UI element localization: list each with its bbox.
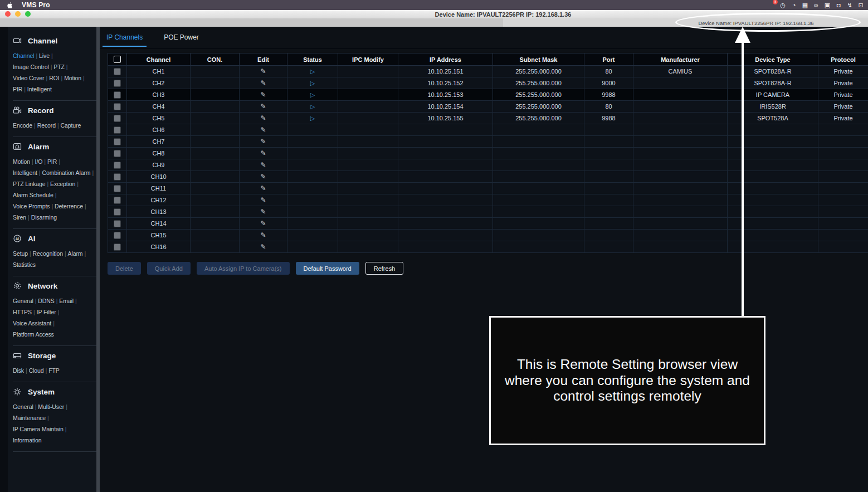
status-play-icon[interactable]: ▷ (310, 68, 315, 75)
sidebar-item-motion[interactable]: Motion (13, 158, 30, 165)
auto-assign-ip-to-camera-s-button[interactable]: Auto Assign IP to Camera(s) (197, 262, 290, 275)
select-all-checkbox[interactable] (114, 56, 121, 63)
sidebar-item-recognition[interactable]: Recognition (33, 250, 63, 257)
edit-icon[interactable]: ✎ (260, 149, 266, 157)
row-checkbox[interactable] (114, 162, 121, 169)
sidebar-item-record[interactable]: Record (37, 122, 56, 129)
apple-menu-icon[interactable] (7, 2, 13, 9)
sidebar-item-ftp[interactable]: FTP (48, 367, 60, 374)
edit-icon[interactable]: ✎ (260, 231, 266, 239)
edit-icon[interactable]: ✎ (260, 79, 266, 87)
sidebar-item-motion[interactable]: Motion (64, 75, 81, 81)
sidebar-item-cloud[interactable]: Cloud (29, 367, 44, 374)
shield-icon[interactable]: ◔ (790, 1, 798, 9)
sidebar-item-image-control[interactable]: Image Control (13, 64, 49, 70)
window-icon[interactable]: ▣ (823, 1, 831, 9)
sidebar-item-information[interactable]: Information (13, 437, 41, 444)
sidebar-item-https[interactable]: HTTPS (13, 309, 32, 315)
status-play-icon[interactable]: ▷ (310, 91, 315, 98)
sidebar-item-encode[interactable]: Encode (13, 122, 32, 129)
sidebar-item-voice-prompts[interactable]: Voice Prompts (13, 203, 50, 210)
sidebar-item-disk[interactable]: Disk (13, 367, 24, 374)
edit-icon[interactable]: ✎ (260, 91, 266, 99)
bolt-icon[interactable]: ↯ (846, 1, 854, 9)
sidebar-item-video-cover[interactable]: Video Cover (13, 75, 45, 81)
row-checkbox[interactable] (114, 150, 121, 157)
edit-icon[interactable]: ✎ (260, 67, 266, 75)
sidebar-item-intelligent[interactable]: Intelligent (13, 169, 37, 176)
sidebar-item-setup[interactable]: Setup (13, 250, 28, 257)
sidebar-item-deterrence[interactable]: Deterrence (55, 203, 83, 210)
refresh-button[interactable]: Refresh (365, 262, 404, 275)
sidebar-item-pir[interactable]: PIR (47, 158, 57, 165)
sidebar-item-platform-access[interactable]: Platform Access (13, 331, 54, 338)
close-window-button[interactable] (5, 11, 11, 17)
edit-icon[interactable]: ✎ (260, 220, 266, 227)
status-play-icon[interactable]: ▷ (310, 103, 315, 110)
sidebar-item-ptz[interactable]: PTZ (53, 64, 65, 70)
sidebar-item-alarm-schedule[interactable]: Alarm Schedule (13, 192, 53, 198)
sidebar-item-live[interactable]: Live (39, 52, 50, 59)
row-checkbox[interactable] (114, 91, 121, 99)
clock-icon[interactable]: ◷ (779, 1, 787, 9)
tab-poe-power[interactable]: POE Power (162, 27, 201, 48)
row-checkbox[interactable] (114, 115, 121, 122)
display-icon[interactable]: ⊡ (857, 1, 865, 9)
sidebar-item-channel[interactable]: Channel (13, 52, 34, 59)
row-checkbox[interactable] (114, 80, 121, 87)
row-checkbox[interactable] (114, 232, 121, 239)
row-checkbox[interactable] (114, 103, 121, 110)
sidebar-item-alarm[interactable]: Alarm (68, 250, 83, 257)
sidebar-item-i-o[interactable]: I/O (35, 158, 43, 165)
minimize-window-button[interactable] (15, 11, 21, 17)
row-checkbox[interactable] (114, 208, 121, 216)
bag-icon[interactable]: ◘ (835, 1, 842, 9)
edit-icon[interactable]: ✎ (260, 196, 266, 204)
row-checkbox[interactable] (114, 220, 121, 227)
tab-ip-channels[interactable]: IP Channels (105, 27, 144, 48)
sidebar-item-exception[interactable]: Exception (50, 181, 75, 187)
edit-icon[interactable]: ✎ (260, 103, 266, 110)
sidebar-item-email[interactable]: Email (59, 298, 74, 304)
sidebar-item-disarming[interactable]: Disarming (31, 214, 57, 221)
row-checkbox[interactable] (114, 68, 121, 75)
quick-add-button[interactable]: Quick Add (147, 262, 191, 275)
zoom-window-button[interactable] (25, 11, 31, 17)
creative-cloud-icon[interactable]: ∞ (812, 1, 820, 9)
edit-icon[interactable]: ✎ (260, 243, 266, 251)
row-checkbox[interactable] (114, 173, 121, 181)
sidebar-item-ptz-linkage[interactable]: PTZ Linkage (13, 181, 45, 187)
sidebar-item-general[interactable]: General (13, 298, 33, 304)
row-checkbox[interactable] (114, 185, 121, 192)
status-play-icon[interactable]: ▷ (310, 80, 315, 86)
row-checkbox[interactable] (114, 197, 121, 204)
sidebar-item-roi[interactable]: ROI (49, 75, 59, 81)
sidebar-item-pir[interactable]: PIR (13, 86, 22, 92)
sidebar-item-maintenance[interactable]: Maintenance (13, 415, 46, 421)
edit-icon[interactable]: ✎ (260, 208, 266, 216)
photos-icon[interactable]: ▦ (801, 1, 809, 9)
row-checkbox[interactable] (114, 126, 121, 134)
edit-icon[interactable]: ✎ (260, 161, 266, 169)
app-pinwheel-icon[interactable]: 3 (768, 1, 776, 9)
sidebar-item-multi-user[interactable]: Multi-User (38, 403, 64, 410)
sidebar-item-ip-camera-maintain[interactable]: IP Camera Maintain (13, 426, 64, 432)
edit-icon[interactable]: ✎ (260, 114, 266, 122)
row-checkbox[interactable] (114, 243, 121, 251)
edit-icon[interactable]: ✎ (260, 173, 266, 181)
sidebar-item-intelligent[interactable]: Intelligent (27, 86, 52, 92)
sidebar-item-general[interactable]: General (13, 403, 33, 410)
row-checkbox[interactable] (114, 138, 121, 145)
status-play-icon[interactable]: ▷ (310, 115, 315, 121)
delete-button[interactable]: Delete (108, 262, 141, 275)
edit-icon[interactable]: ✎ (260, 126, 266, 134)
edit-icon[interactable]: ✎ (260, 138, 266, 145)
sidebar-item-combination-alarm[interactable]: Combination Alarm (42, 169, 91, 176)
sidebar-item-statistics[interactable]: Statistics (13, 261, 36, 268)
sidebar-item-ddns[interactable]: DDNS (38, 298, 54, 304)
edit-icon[interactable]: ✎ (260, 184, 266, 192)
sidebar-item-ip-filter[interactable]: IP Filter (37, 309, 56, 315)
sidebar-item-voice-assistant[interactable]: Voice Assistant (13, 320, 51, 327)
default-password-button[interactable]: Default Password (296, 262, 359, 275)
sidebar-item-siren[interactable]: Siren (13, 214, 26, 221)
